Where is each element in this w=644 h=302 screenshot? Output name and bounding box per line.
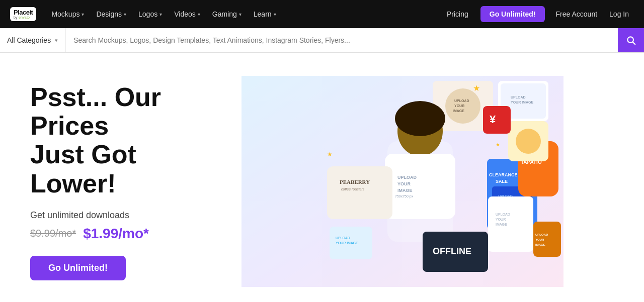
logo[interactable]: Placeit by envato (10, 7, 36, 21)
nav-logos[interactable]: Logos ▾ (133, 0, 167, 28)
svg-text:UPLOAD: UPLOAD (496, 213, 510, 216)
chevron-down-icon: ▾ (124, 12, 126, 17)
svg-text:YOUR: YOUR (397, 181, 411, 186)
chevron-down-icon: ▾ (159, 12, 162, 17)
svg-text:UPLOAD: UPLOAD (535, 233, 548, 236)
chevron-down-icon: ▾ (55, 37, 58, 44)
svg-point-0 (627, 37, 633, 43)
svg-text:YOUR IMAGE: YOUR IMAGE (511, 100, 533, 104)
nav-free-account[interactable]: Free Account (551, 10, 603, 18)
svg-text:★: ★ (327, 151, 333, 158)
logo-subtext: by envato (14, 16, 33, 19)
svg-text:YOUR IMAGE: YOUR IMAGE (336, 241, 358, 245)
svg-text:YOUR: YOUR (535, 238, 544, 241)
svg-rect-31 (488, 196, 533, 252)
chevron-down-icon: ▾ (239, 12, 242, 17)
search-button[interactable] (618, 28, 644, 52)
hero-collage-svg: UPLOAD YOUR IMAGE UPLOAD YOUR IMAGE UPLO… (242, 76, 564, 287)
search-icon (626, 35, 636, 45)
nav-videos[interactable]: Videos ▾ (169, 0, 205, 28)
hero-title: Psst... Our Prices Just Got Lower! (30, 83, 221, 198)
hero-new-price: $1.99/mo* (83, 226, 149, 242)
search-bar: All Categories ▾ (0, 28, 644, 53)
hero-subtitle: Get unlimited downloads (30, 210, 221, 221)
search-input-wrap (65, 28, 618, 52)
category-selector[interactable]: All Categories ▾ (0, 28, 65, 52)
svg-text:CLEARANCE: CLEARANCE (489, 172, 518, 177)
chevron-down-icon: ▾ (198, 12, 200, 17)
search-input[interactable] (65, 28, 618, 52)
nav-learn[interactable]: Learn ▾ (249, 0, 281, 28)
main-nav: Placeit by envato Mockups ▾ Designs ▾ Lo… (0, 0, 644, 28)
svg-text:750x750 px: 750x750 px (395, 194, 414, 198)
svg-rect-16 (385, 154, 455, 219)
chevron-down-icon: ▾ (82, 12, 84, 17)
hero-cta-button[interactable]: Go Unlimited! (30, 256, 126, 280)
svg-text:IMAGE: IMAGE (535, 243, 545, 246)
svg-text:SALE: SALE (496, 179, 508, 184)
svg-rect-21 (327, 166, 392, 219)
go-unlimited-button[interactable]: Go Unlimited! (480, 6, 545, 22)
category-label: All Categories (7, 36, 51, 44)
svg-text:IMAGE: IMAGE (397, 188, 413, 193)
svg-text:OFFLINE: OFFLINE (433, 246, 471, 256)
svg-text:YOUR: YOUR (454, 104, 464, 108)
svg-text:UPLOAD: UPLOAD (336, 236, 350, 240)
svg-text:IMAGE: IMAGE (453, 109, 464, 113)
svg-line-1 (633, 42, 635, 44)
hero-collage: UPLOAD YOUR IMAGE UPLOAD YOUR IMAGE UPLO… (242, 76, 644, 287)
nav-pricing[interactable]: Pricing (441, 10, 474, 18)
hero-section: Psst... Our Prices Just Got Lower! Get u… (0, 53, 644, 302)
svg-text:¥: ¥ (490, 113, 496, 126)
nav-login[interactable]: Log In (604, 10, 634, 18)
nav-gaming[interactable]: Gaming ▾ (207, 0, 247, 28)
svg-point-40 (516, 129, 541, 154)
svg-text:UPLOAD: UPLOAD (397, 175, 417, 180)
svg-text:★: ★ (473, 84, 480, 92)
logo-text: Placeit (14, 9, 33, 16)
svg-text:UPLOAD: UPLOAD (454, 99, 469, 103)
nav-mockups[interactable]: Mockups ▾ (46, 0, 89, 28)
svg-rect-41 (483, 106, 511, 134)
svg-text:coffee roasters: coffee roasters (341, 187, 365, 191)
hero-old-price: $9.99/mo* (30, 228, 76, 239)
svg-text:PEABERRY: PEABERRY (340, 179, 370, 185)
svg-text:★: ★ (496, 142, 500, 147)
chevron-down-icon: ▾ (274, 12, 276, 17)
svg-text:YOUR: YOUR (496, 218, 506, 221)
svg-point-15 (395, 101, 445, 136)
svg-text:IMAGE: IMAGE (496, 223, 507, 226)
hero-pricing: $9.99/mo* $1.99/mo* (30, 226, 221, 242)
nav-designs[interactable]: Designs ▾ (91, 0, 131, 28)
svg-text:UPLOAD: UPLOAD (511, 95, 526, 99)
hero-content: Psst... Our Prices Just Got Lower! Get u… (0, 53, 242, 302)
